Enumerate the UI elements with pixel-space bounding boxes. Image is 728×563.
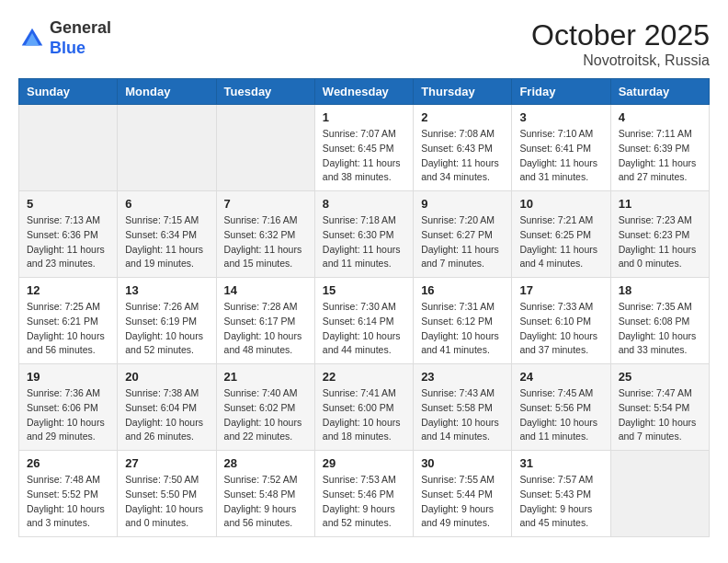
day-info: Sunrise: 7:47 AM Sunset: 5:54 PM Dayligh… — [619, 386, 701, 444]
day-number: 28 — [224, 456, 307, 470]
calendar-cell — [216, 105, 314, 191]
calendar-cell: 15Sunrise: 7:30 AM Sunset: 6:14 PM Dayli… — [314, 278, 413, 364]
day-info: Sunrise: 7:30 AM Sunset: 6:14 PM Dayligh… — [323, 300, 405, 358]
day-info: Sunrise: 7:45 AM Sunset: 5:56 PM Dayligh… — [519, 386, 602, 444]
calendar-cell: 26Sunrise: 7:48 AM Sunset: 5:52 PM Dayli… — [19, 451, 118, 537]
day-number: 12 — [27, 283, 109, 297]
calendar-cell: 23Sunrise: 7:43 AM Sunset: 5:58 PM Dayli… — [414, 364, 512, 451]
day-info: Sunrise: 7:28 AM Sunset: 6:17 PM Dayligh… — [224, 300, 307, 358]
calendar-cell: 3Sunrise: 7:10 AM Sunset: 6:41 PM Daylig… — [512, 105, 610, 191]
calendar-cell: 9Sunrise: 7:20 AM Sunset: 6:27 PM Daylig… — [414, 191, 512, 278]
calendar-cell — [118, 105, 216, 191]
day-info: Sunrise: 7:07 AM Sunset: 6:45 PM Dayligh… — [323, 127, 405, 185]
calendar-cell: 28Sunrise: 7:52 AM Sunset: 5:48 PM Dayli… — [216, 451, 314, 537]
day-info: Sunrise: 7:35 AM Sunset: 6:08 PM Dayligh… — [619, 300, 701, 358]
day-info: Sunrise: 7:26 AM Sunset: 6:19 PM Dayligh… — [125, 300, 208, 358]
day-number: 15 — [323, 283, 405, 297]
calendar-cell: 31Sunrise: 7:57 AM Sunset: 5:43 PM Dayli… — [512, 451, 610, 537]
calendar: SundayMondayTuesdayWednesdayThursdayFrid… — [18, 78, 710, 537]
calendar-cell: 22Sunrise: 7:41 AM Sunset: 6:00 PM Dayli… — [314, 364, 413, 451]
calendar-cell: 1Sunrise: 7:07 AM Sunset: 6:45 PM Daylig… — [314, 105, 413, 191]
day-number: 24 — [519, 370, 602, 384]
calendar-cell: 27Sunrise: 7:50 AM Sunset: 5:50 PM Dayli… — [118, 451, 216, 537]
day-info: Sunrise: 7:38 AM Sunset: 6:04 PM Dayligh… — [125, 386, 208, 444]
day-number: 2 — [421, 110, 504, 124]
day-number: 23 — [421, 370, 504, 384]
calendar-cell: 16Sunrise: 7:31 AM Sunset: 6:12 PM Dayli… — [414, 278, 512, 364]
day-info: Sunrise: 7:08 AM Sunset: 6:43 PM Dayligh… — [421, 127, 504, 185]
calendar-cell: 21Sunrise: 7:40 AM Sunset: 6:02 PM Dayli… — [216, 364, 314, 451]
day-info: Sunrise: 7:23 AM Sunset: 6:23 PM Dayligh… — [619, 213, 701, 271]
day-info: Sunrise: 7:53 AM Sunset: 5:46 PM Dayligh… — [323, 473, 405, 531]
calendar-cell: 19Sunrise: 7:36 AM Sunset: 6:06 PM Dayli… — [19, 364, 118, 451]
day-number: 29 — [323, 456, 405, 470]
day-info: Sunrise: 7:48 AM Sunset: 5:52 PM Dayligh… — [27, 473, 109, 531]
day-info: Sunrise: 7:40 AM Sunset: 6:02 PM Dayligh… — [224, 386, 307, 444]
day-number: 6 — [125, 197, 208, 211]
day-info: Sunrise: 7:20 AM Sunset: 6:27 PM Dayligh… — [421, 213, 504, 271]
day-number: 31 — [519, 456, 602, 470]
day-number: 1 — [323, 110, 405, 124]
day-info: Sunrise: 7:25 AM Sunset: 6:21 PM Dayligh… — [27, 300, 109, 358]
day-info: Sunrise: 7:41 AM Sunset: 6:00 PM Dayligh… — [323, 386, 405, 444]
day-info: Sunrise: 7:52 AM Sunset: 5:48 PM Dayligh… — [224, 473, 307, 531]
day-number: 14 — [224, 283, 307, 297]
day-number: 20 — [125, 370, 208, 384]
calendar-cell: 11Sunrise: 7:23 AM Sunset: 6:23 PM Dayli… — [610, 191, 709, 278]
day-info: Sunrise: 7:11 AM Sunset: 6:39 PM Dayligh… — [619, 127, 701, 185]
calendar-cell: 20Sunrise: 7:38 AM Sunset: 6:04 PM Dayli… — [118, 364, 216, 451]
day-info: Sunrise: 7:13 AM Sunset: 6:36 PM Dayligh… — [27, 213, 109, 271]
week-row-3: 12Sunrise: 7:25 AM Sunset: 6:21 PM Dayli… — [19, 278, 710, 364]
day-number: 3 — [519, 110, 602, 124]
day-info: Sunrise: 7:10 AM Sunset: 6:41 PM Dayligh… — [519, 127, 602, 185]
day-number: 10 — [519, 197, 602, 211]
day-number: 9 — [421, 197, 504, 211]
calendar-cell: 2Sunrise: 7:08 AM Sunset: 6:43 PM Daylig… — [414, 105, 512, 191]
calendar-cell: 25Sunrise: 7:47 AM Sunset: 5:54 PM Dayli… — [610, 364, 709, 451]
logo-general: General — [50, 18, 111, 39]
title-section: October 2025 Novotroitsk, Russia — [531, 18, 710, 69]
day-number: 5 — [27, 197, 109, 211]
day-number: 22 — [323, 370, 405, 384]
logo-icon — [18, 25, 46, 52]
day-number: 21 — [224, 370, 307, 384]
calendar-cell: 8Sunrise: 7:18 AM Sunset: 6:30 PM Daylig… — [314, 191, 413, 278]
calendar-cell: 24Sunrise: 7:45 AM Sunset: 5:56 PM Dayli… — [512, 364, 610, 451]
day-info: Sunrise: 7:55 AM Sunset: 5:44 PM Dayligh… — [421, 473, 504, 531]
calendar-cell: 7Sunrise: 7:16 AM Sunset: 6:32 PM Daylig… — [216, 191, 314, 278]
day-info: Sunrise: 7:50 AM Sunset: 5:50 PM Dayligh… — [125, 473, 208, 531]
logo-text: General Blue — [50, 18, 111, 58]
day-number: 4 — [619, 110, 701, 124]
logo: General Blue — [18, 18, 111, 58]
day-info: Sunrise: 7:16 AM Sunset: 6:32 PM Dayligh… — [224, 213, 307, 271]
day-number: 19 — [27, 370, 109, 384]
day-number: 30 — [421, 456, 504, 470]
day-number: 26 — [27, 456, 109, 470]
weekday-header-friday: Friday — [512, 79, 610, 105]
day-number: 7 — [224, 197, 307, 211]
calendar-cell: 6Sunrise: 7:15 AM Sunset: 6:34 PM Daylig… — [118, 191, 216, 278]
day-info: Sunrise: 7:43 AM Sunset: 5:58 PM Dayligh… — [421, 386, 504, 444]
week-row-1: 1Sunrise: 7:07 AM Sunset: 6:45 PM Daylig… — [19, 105, 710, 191]
calendar-cell: 5Sunrise: 7:13 AM Sunset: 6:36 PM Daylig… — [19, 191, 118, 278]
day-number: 8 — [323, 197, 405, 211]
day-number: 17 — [519, 283, 602, 297]
calendar-cell: 29Sunrise: 7:53 AM Sunset: 5:46 PM Dayli… — [314, 451, 413, 537]
weekday-header-tuesday: Tuesday — [216, 79, 314, 105]
weekday-header-row: SundayMondayTuesdayWednesdayThursdayFrid… — [19, 79, 710, 105]
day-number: 13 — [125, 283, 208, 297]
month-title: October 2025 — [531, 18, 710, 52]
calendar-cell: 10Sunrise: 7:21 AM Sunset: 6:25 PM Dayli… — [512, 191, 610, 278]
day-number: 27 — [125, 456, 208, 470]
calendar-cell: 14Sunrise: 7:28 AM Sunset: 6:17 PM Dayli… — [216, 278, 314, 364]
calendar-cell: 30Sunrise: 7:55 AM Sunset: 5:44 PM Dayli… — [414, 451, 512, 537]
weekday-header-saturday: Saturday — [610, 79, 709, 105]
weekday-header-thursday: Thursday — [414, 79, 512, 105]
day-info: Sunrise: 7:15 AM Sunset: 6:34 PM Dayligh… — [125, 213, 208, 271]
day-number: 18 — [619, 283, 701, 297]
weekday-header-wednesday: Wednesday — [314, 79, 413, 105]
day-info: Sunrise: 7:36 AM Sunset: 6:06 PM Dayligh… — [27, 386, 109, 444]
calendar-cell: 13Sunrise: 7:26 AM Sunset: 6:19 PM Dayli… — [118, 278, 216, 364]
calendar-cell — [610, 451, 709, 537]
week-row-4: 19Sunrise: 7:36 AM Sunset: 6:06 PM Dayli… — [19, 364, 710, 451]
